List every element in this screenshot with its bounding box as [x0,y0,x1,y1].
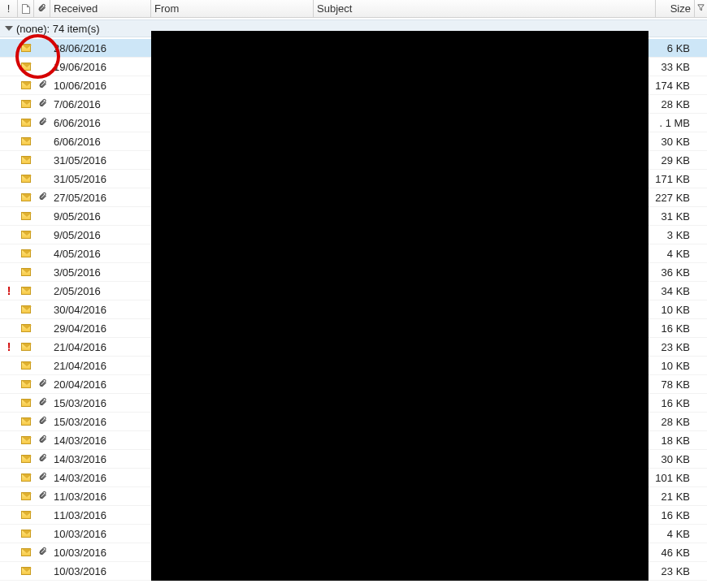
size-cell: 28 KB [650,413,695,430]
column-header-flag[interactable] [695,0,707,17]
column-header-attachment[interactable] [34,0,50,17]
size-cell: 101 KB [650,469,695,486]
flag-cell[interactable] [695,300,707,318]
received-cell: 28/06/2016 [50,39,151,57]
size-cell: 30 KB [650,132,695,150]
envelope-icon [21,193,31,201]
flag-cell[interactable] [695,226,707,244]
flag-cell[interactable] [695,95,707,113]
flag-cell[interactable] [695,244,707,262]
paperclip-icon [37,2,46,15]
envelope-icon [21,231,31,239]
flag-cell[interactable] [695,58,707,76]
envelope-icon [21,343,31,351]
flag-cell[interactable] [695,562,707,580]
attachment-cell [34,506,50,524]
flag-cell[interactable] [695,39,707,57]
attachment-cell [34,114,50,132]
received-cell: 4/05/2016 [50,244,151,262]
mail-icon-cell [18,469,34,486]
flag-cell[interactable] [695,263,707,281]
mail-icon-cell [18,95,34,113]
envelope-icon [21,287,31,295]
flag-cell[interactable] [695,76,707,94]
flag-cell[interactable] [695,151,707,169]
mail-icon-cell [18,357,34,374]
flag-cell[interactable] [695,469,707,486]
size-cell: 30 KB [650,450,695,468]
mail-icon-cell [18,338,34,356]
importance-cell [0,58,18,76]
flag-cell[interactable] [695,114,707,132]
attachment-cell [34,487,50,505]
column-header-importance[interactable]: ! [0,0,18,17]
envelope-icon [21,137,31,145]
importance-cell [0,226,18,244]
importance-cell [0,207,18,225]
envelope-icon [21,44,31,52]
received-cell: 3/05/2016 [50,263,151,281]
attachment-cell [34,244,50,262]
size-cell: 34 KB [650,282,695,300]
column-header-icon[interactable] [18,0,34,17]
attachment-cell [34,562,50,580]
paperclip-icon [38,191,47,204]
paperclip-icon [38,415,47,428]
flag-cell[interactable] [695,188,707,206]
importance-cell [0,562,18,580]
flag-cell[interactable] [695,170,707,188]
received-cell: 31/05/2016 [50,170,151,188]
envelope-icon [21,399,31,407]
size-cell: 10 KB [650,300,695,318]
size-cell: 29 KB [650,151,695,169]
envelope-icon [21,380,31,388]
mail-icon-cell [18,319,34,337]
mail-icon-cell [18,543,34,561]
attachment-cell [34,300,50,318]
flag-cell[interactable] [695,207,707,225]
size-cell: 10 KB [650,357,695,374]
flag-cell[interactable] [695,132,707,150]
size-cell: 18 KB [650,431,695,449]
column-header-size[interactable]: Size [656,0,695,17]
flag-cell[interactable] [695,543,707,561]
flag-cell[interactable] [695,525,707,543]
importance-cell [0,394,18,412]
flag-cell[interactable] [695,357,707,374]
received-cell: 19/06/2016 [50,58,151,76]
importance-cell [0,375,18,393]
attachment-cell [34,375,50,393]
mail-icon-cell [18,76,34,94]
flag-cell[interactable] [695,431,707,449]
paperclip-icon [38,434,47,447]
flag-cell[interactable] [695,375,707,393]
attachment-cell [34,338,50,356]
importance-cell [0,114,18,132]
paperclip-icon [38,471,47,484]
envelope-icon [21,548,31,556]
flag-cell[interactable] [695,413,707,430]
attachment-cell [34,431,50,449]
mail-icon-cell [18,39,34,57]
flag-cell[interactable] [695,338,707,356]
received-cell: 10/03/2016 [50,525,151,543]
group-label: (none): 74 item(s) [16,23,100,35]
size-cell: 28 KB [650,95,695,113]
column-header-from[interactable]: From [151,0,314,17]
flag-cell[interactable] [695,487,707,505]
flag-cell[interactable] [695,506,707,524]
collapse-triangle-icon [5,26,13,31]
mail-icon-cell [18,375,34,393]
importance-cell: ! [0,282,18,300]
size-cell: 21 KB [650,487,695,505]
received-cell: 6/06/2016 [50,132,151,150]
flag-cell[interactable] [695,319,707,337]
importance-cell [0,357,18,374]
flag-cell[interactable] [695,282,707,300]
flag-cell[interactable] [695,450,707,468]
column-header-received[interactable]: Received [50,0,151,17]
flag-cell[interactable] [695,394,707,412]
mail-icon-cell [18,188,34,206]
paperclip-icon [38,378,47,391]
column-header-subject[interactable]: Subject [314,0,656,17]
